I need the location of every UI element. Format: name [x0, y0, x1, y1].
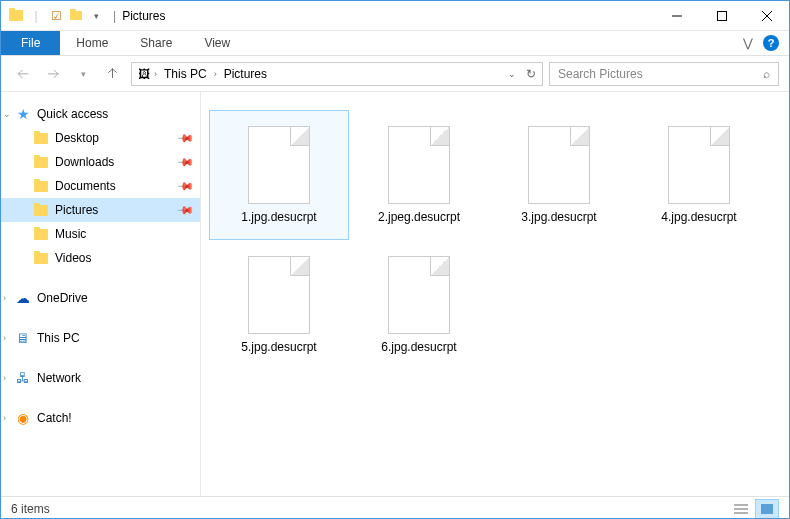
search-placeholder: Search Pictures: [558, 67, 763, 81]
ribbon: File Home Share View ⋁ ?: [1, 31, 789, 56]
ribbon-expand-icon[interactable]: ⋁: [743, 36, 753, 50]
quick-access-toolbar: | ☑ ▾: [1, 7, 111, 25]
new-folder-icon[interactable]: [67, 7, 85, 25]
breadcrumb[interactable]: 🖼 › This PC › Pictures ⌄ ↻: [131, 62, 543, 86]
pictures-bc-icon: 🖼: [138, 67, 150, 81]
file-item[interactable]: 4.jpg.desucrpt: [629, 110, 769, 240]
file-icon: [248, 256, 310, 334]
chevron-down-icon[interactable]: ⌄: [3, 109, 11, 119]
sidebar-item-label: Downloads: [55, 155, 114, 169]
file-icon: [528, 126, 590, 204]
status-count: 6 items: [11, 502, 50, 516]
window-controls: [654, 1, 789, 31]
cloud-icon: ☁: [15, 290, 31, 306]
sidebar-quick-access[interactable]: ⌄ ★ Quick access: [1, 102, 200, 126]
help-icon[interactable]: ?: [763, 35, 779, 51]
tab-view[interactable]: View: [188, 31, 246, 55]
tab-share[interactable]: Share: [124, 31, 188, 55]
file-label: 2.jpeg.desucrpt: [378, 210, 460, 224]
pin-icon: 📌: [175, 176, 194, 195]
maximize-button[interactable]: [699, 1, 744, 31]
file-icon: [388, 126, 450, 204]
sidebar-item-label: Catch!: [37, 411, 72, 425]
file-item[interactable]: 6.jpg.desucrpt: [349, 240, 489, 370]
svg-rect-1: [717, 11, 726, 20]
search-icon[interactable]: ⌕: [763, 67, 770, 81]
file-label: 1.jpg.desucrpt: [241, 210, 316, 224]
chevron-right-icon[interactable]: ›: [214, 69, 217, 79]
properties-icon[interactable]: ☑: [47, 7, 65, 25]
folder-icon: [33, 130, 49, 146]
chevron-right-icon[interactable]: ›: [3, 333, 6, 343]
folder-icon: [33, 202, 49, 218]
folder-icon: [33, 250, 49, 266]
chevron-right-icon[interactable]: ›: [3, 293, 6, 303]
sidebar-item-label: Desktop: [55, 131, 99, 145]
pin-icon: 📌: [175, 200, 194, 219]
sidebar-item-catch-[interactable]: ›◉Catch!: [1, 406, 200, 430]
file-item[interactable]: 1.jpg.desucrpt: [209, 110, 349, 240]
sidebar-item-pictures[interactable]: Pictures📌: [1, 198, 200, 222]
monitor-icon: 🖥: [15, 330, 31, 346]
title-separator: |: [113, 9, 116, 23]
sidebar-item-label: OneDrive: [37, 291, 88, 305]
sidebar: ⌄ ★ Quick access Desktop📌Downloads📌Docum…: [1, 92, 201, 496]
sidebar-item-downloads[interactable]: Downloads📌: [1, 150, 200, 174]
minimize-button[interactable]: [654, 1, 699, 31]
sidebar-item-this-pc[interactable]: ›🖥This PC: [1, 326, 200, 350]
refresh-icon[interactable]: ↻: [526, 67, 536, 81]
file-icon: [388, 256, 450, 334]
file-item[interactable]: 2.jpeg.desucrpt: [349, 110, 489, 240]
search-input[interactable]: Search Pictures ⌕: [549, 62, 779, 86]
sidebar-item-network[interactable]: ›🖧Network: [1, 366, 200, 390]
sidebar-item-documents[interactable]: Documents📌: [1, 174, 200, 198]
sidebar-item-onedrive[interactable]: ›☁OneDrive: [1, 286, 200, 310]
titlebar: | ☑ ▾ | Pictures: [1, 1, 789, 31]
details-view-button[interactable]: [729, 499, 753, 519]
file-label: 6.jpg.desucrpt: [381, 340, 456, 354]
qat-separator: |: [27, 7, 45, 25]
file-item[interactable]: 5.jpg.desucrpt: [209, 240, 349, 370]
recent-dropdown-icon[interactable]: ▾: [71, 62, 95, 86]
sidebar-item-label: Network: [37, 371, 81, 385]
forward-button[interactable]: 🡢: [41, 62, 65, 86]
file-icon: [248, 126, 310, 204]
file-label: 3.jpg.desucrpt: [521, 210, 596, 224]
up-button[interactable]: 🡡: [101, 62, 125, 86]
window-title: Pictures: [122, 9, 165, 23]
chevron-right-icon[interactable]: ›: [154, 69, 157, 79]
statusbar: 6 items: [1, 496, 789, 519]
tab-home[interactable]: Home: [60, 31, 124, 55]
qat-dropdown-icon[interactable]: ▾: [87, 7, 105, 25]
breadcrumb-item[interactable]: Pictures: [221, 67, 270, 81]
sidebar-item-label: This PC: [37, 331, 80, 345]
sidebar-item-label: Pictures: [55, 203, 98, 217]
navbar: 🡠 🡢 ▾ 🡡 🖼 › This PC › Pictures ⌄ ↻ Searc…: [1, 56, 789, 92]
breadcrumb-dropdown-icon[interactable]: ⌄: [508, 69, 516, 79]
folder-icon: [33, 178, 49, 194]
file-label: 4.jpg.desucrpt: [661, 210, 736, 224]
file-tab[interactable]: File: [1, 31, 60, 55]
star-icon: ★: [15, 106, 31, 122]
file-label: 5.jpg.desucrpt: [241, 340, 316, 354]
sidebar-item-label: Documents: [55, 179, 116, 193]
close-button[interactable]: [744, 1, 789, 31]
file-icon: [668, 126, 730, 204]
svg-rect-7: [761, 504, 773, 514]
sidebar-item-desktop[interactable]: Desktop📌: [1, 126, 200, 150]
file-item[interactable]: 3.jpg.desucrpt: [489, 110, 629, 240]
breadcrumb-item[interactable]: This PC: [161, 67, 210, 81]
sidebar-item-videos[interactable]: Videos: [1, 246, 200, 270]
quick-access-group: ⌄ ★ Quick access Desktop📌Downloads📌Docum…: [1, 102, 200, 270]
chevron-right-icon[interactable]: ›: [3, 413, 6, 423]
pin-icon: 📌: [175, 128, 194, 147]
chevron-right-icon[interactable]: ›: [3, 373, 6, 383]
back-button[interactable]: 🡠: [11, 62, 35, 86]
file-pane[interactable]: 1.jpg.desucrpt2.jpeg.desucrpt3.jpg.desuc…: [201, 92, 789, 496]
sidebar-item-label: Videos: [55, 251, 91, 265]
icons-view-button[interactable]: [755, 499, 779, 519]
pin-icon: 📌: [175, 152, 194, 171]
folder-icon: [7, 7, 25, 25]
sidebar-item-music[interactable]: Music: [1, 222, 200, 246]
network-icon: 🖧: [15, 370, 31, 386]
